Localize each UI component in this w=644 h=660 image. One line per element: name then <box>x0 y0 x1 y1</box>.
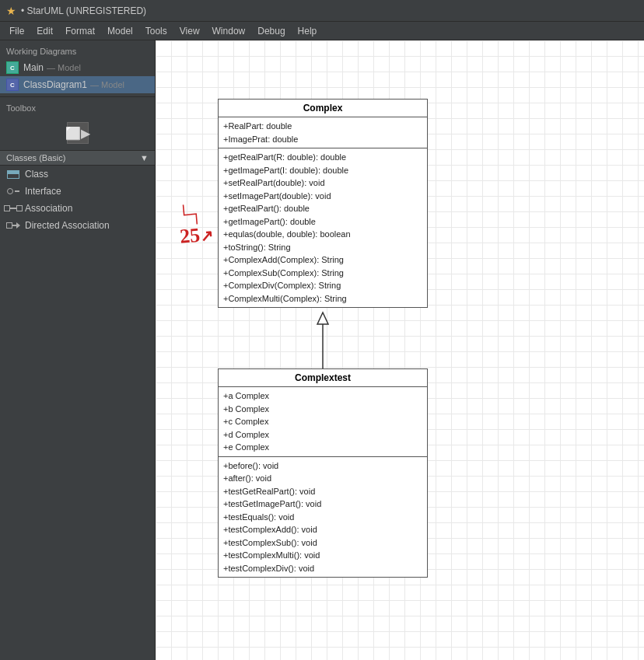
toolbox-item-association[interactable]: Association <box>0 200 155 217</box>
directed-association-icon <box>6 220 20 231</box>
complex-method: +ComplexMulti(Complex): String <box>223 292 422 306</box>
complextest-method: +testComplexAdd(): void <box>223 523 422 536</box>
menu-item-view[interactable]: View <box>173 24 206 38</box>
toolbox-area: Toolbox ⬜▶ Classes (Basic) ▼ Class <box>0 96 155 660</box>
complex-method: +setImagePart(double): void <box>223 190 422 203</box>
complextest-method: +testComplexSub(): void <box>223 536 422 550</box>
diagram-icon-cd1: C <box>6 79 19 91</box>
complextest-attribute: +e Complex <box>223 441 422 454</box>
complextest-attribute: +b Complex <box>223 403 422 416</box>
toolbox-category-classes[interactable]: Classes (Basic) ▼ <box>0 150 155 166</box>
complextest-method: +testGetImagePart(): void <box>223 498 422 511</box>
complex-class-header: Complex <box>219 100 427 117</box>
complextest-class[interactable]: Complextest +a Complex+b Complex+c Compl… <box>218 368 428 578</box>
diagram-icon-main: C <box>6 61 19 74</box>
complextest-method: +before(): void <box>223 459 422 473</box>
complex-method: +getRealPart(): double <box>223 202 422 215</box>
main-content: Working Diagrams C Main — Model C ClassD… <box>0 40 644 660</box>
menu-item-help[interactable]: Help <box>292 24 324 38</box>
toolbox-item-directed-association[interactable]: Directed Association <box>0 217 155 234</box>
toolbox-collapse-icon: ▼ <box>140 153 149 162</box>
complextest-method: +testComplexDiv(): void <box>223 562 422 575</box>
app-logo: ★ <box>6 5 16 17</box>
working-diagrams-title: Working Diagrams <box>0 47 155 59</box>
toolbox-item-interface[interactable]: Interface <box>0 183 155 200</box>
toolbox-item-interface-label: Interface <box>25 186 61 197</box>
interface-icon <box>6 186 20 197</box>
menu-item-model[interactable]: Model <box>101 24 139 38</box>
complex-method: +getImagePart(I: double): double <box>223 164 422 177</box>
complex-method: +ComplexSub(Complex): String <box>223 267 422 280</box>
menu-item-edit[interactable]: Edit <box>30 24 59 38</box>
menu-item-file[interactable]: File <box>3 24 30 38</box>
toolbox-item-class-label: Class <box>25 169 48 180</box>
diagram-suffix-cd1: — Model <box>90 80 124 89</box>
toolbox-items-list: Class Interface <box>0 166 155 660</box>
complex-method: +toString(): String <box>223 241 422 254</box>
canvas[interactable]: └┐ 25↗ Complex +RealPart: double+ImagePr… <box>156 40 644 660</box>
menubar: FileEditFormatModelToolsViewWindowDebugH… <box>0 22 644 40</box>
complextest-class-methods: +before(): void+after(): void+testGetRea… <box>219 457 427 578</box>
toolbox-item-directed-association-label: Directed Association <box>25 220 110 231</box>
complex-method: +equlas(double, double): boolean <box>223 228 422 241</box>
diagram-label-cd1: ClassDiagram1 <box>23 79 87 90</box>
toolbox-cursor-area: ⬜▶ <box>0 116 155 150</box>
association-icon <box>6 203 20 214</box>
sidebar: Working Diagrams C Main — Model C ClassD… <box>0 40 156 660</box>
complextest-method: +testGetRealPart(): void <box>223 485 422 498</box>
complextest-attribute: +a Complex <box>223 389 422 403</box>
diagram-item-classdiagram1[interactable]: C ClassDiagram1 — Model <box>0 76 155 93</box>
menu-item-window[interactable]: Window <box>206 24 252 38</box>
complex-attribute: +ImagePrat: double <box>223 133 422 146</box>
working-diagrams-panel: Working Diagrams C Main — Model C ClassD… <box>0 40 155 96</box>
complex-method: +ComplexAdd(Complex): String <box>223 253 422 267</box>
diagram-item-main[interactable]: C Main — Model <box>0 59 155 76</box>
complextest-attribute: +c Complex <box>223 415 422 428</box>
menu-item-tools[interactable]: Tools <box>139 24 173 38</box>
toolbox-item-association-label: Association <box>25 203 72 214</box>
complex-class[interactable]: Complex +RealPart: double+ImagePrat: dou… <box>218 99 428 308</box>
complextest-attribute: +d Complex <box>223 428 422 442</box>
complextest-method: +testComplexMulti(): void <box>223 549 422 562</box>
complex-class-methods: +getRealPart(R: double): double+getImage… <box>219 148 427 307</box>
toolbox-category-label: Classes (Basic) <box>6 153 65 162</box>
complex-method: +setRealPart(double): void <box>223 176 422 190</box>
app-title: • StarUML (UNREGISTERED) <box>21 5 146 16</box>
select-cursor-tool[interactable]: ⬜▶ <box>67 122 89 144</box>
complex-attribute: +RealPart: double <box>223 120 422 133</box>
toolbox-item-class[interactable]: Class <box>0 166 155 183</box>
complex-class-attributes: +RealPart: double+ImagePrat: double <box>219 117 427 148</box>
diagram-label-main: Main <box>23 62 44 73</box>
menu-item-format[interactable]: Format <box>59 24 101 38</box>
complex-method: +ComplexDiv(Complex): String <box>223 279 422 292</box>
complextest-class-attributes: +a Complex+b Complex+c Complex+d Complex… <box>219 387 427 457</box>
complextest-class-header: Complextest <box>219 369 427 387</box>
diagram-suffix-main: — Model <box>47 63 81 72</box>
complex-method: +getImagePart(): double <box>223 215 422 229</box>
complex-method: +getRealPart(R: double): double <box>223 151 422 164</box>
menu-item-debug[interactable]: Debug <box>251 24 291 38</box>
toolbox-title: Toolbox <box>0 96 155 116</box>
class-icon <box>6 169 20 180</box>
complextest-method: +after(): void <box>223 472 422 485</box>
titlebar: ★ • StarUML (UNREGISTERED) <box>0 0 644 22</box>
complextest-method: +testEquals(): void <box>223 511 422 524</box>
